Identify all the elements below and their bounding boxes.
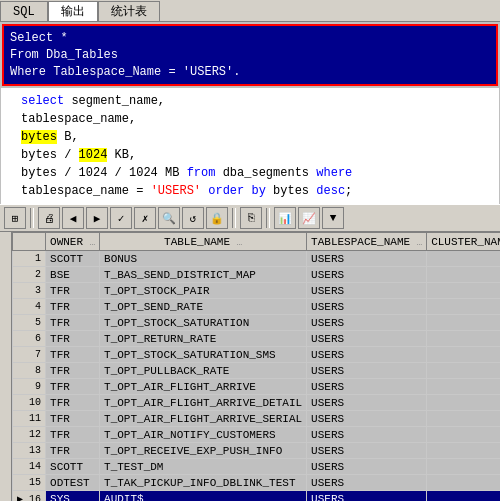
cell-cluster [427, 331, 500, 347]
cell-owner: TFR [46, 315, 100, 331]
sql-line-3: Where Tablespace_Name = 'USERS'. [10, 64, 490, 81]
refresh-icon[interactable]: ↺ [182, 207, 204, 229]
row-number: 8 [13, 363, 46, 379]
search-icon[interactable]: 🔍 [158, 207, 180, 229]
table-row[interactable]: 6TFRT_OPT_RETURN_RATEUSERS [13, 331, 501, 347]
cell-tablename: T_OPT_AIR_FLIGHT_ARRIVE_DETAIL [100, 395, 307, 411]
copy-icon[interactable]: ⎘ [240, 207, 262, 229]
back-icon[interactable]: ◀ [62, 207, 84, 229]
table-row[interactable]: 10TFRT_OPT_AIR_FLIGHT_ARRIVE_DETAILUSERS [13, 395, 501, 411]
row-number: 11 [13, 411, 46, 427]
cell-cluster [427, 395, 500, 411]
row-number: 1 [13, 251, 46, 267]
tab-sql[interactable]: SQL [0, 1, 48, 21]
row-number: 10 [13, 395, 46, 411]
sql-line-2: From Dba_Tables [10, 47, 490, 64]
cell-owner: ODTEST [46, 475, 100, 491]
col-tsname-header[interactable]: TABLESPACE_NAME … [307, 233, 427, 251]
cell-tablename: T_OPT_SEND_RATE [100, 299, 307, 315]
table-row[interactable]: 2BSET_BAS_SEND_DISTRICT_MAPUSERS [13, 267, 501, 283]
row-number: 4 [13, 299, 46, 315]
chart3-icon[interactable]: ▼ [322, 207, 344, 229]
cell-tablespace: USERS [307, 491, 427, 501]
cell-tablespace: USERS [307, 283, 427, 299]
forward-icon[interactable]: ▶ [86, 207, 108, 229]
cell-cluster [427, 363, 500, 379]
query-line-2: tablespace_name, [21, 110, 479, 128]
table-row[interactable]: 15ODTESTT_TAK_PICKUP_INFO_DBLINK_TESTUSE… [13, 475, 501, 491]
tab-stats[interactable]: 统计表 [98, 1, 160, 21]
row-number: 13 [13, 443, 46, 459]
data-table: OWNER … TABLE_NAME … TABLESPACE_NAME … C… [12, 232, 500, 501]
query-line-4: bytes / 1024 KB, [21, 146, 479, 164]
toolbar-sep-1 [30, 208, 34, 228]
x-icon[interactable]: ✗ [134, 207, 156, 229]
cell-owner: TFR [46, 283, 100, 299]
toolbar: ⊞ 🖨 ◀ ▶ ✓ ✗ 🔍 ↺ 🔒 ⎘ 📊 📈 ▼ [0, 204, 500, 232]
cell-tablespace: USERS [307, 299, 427, 315]
grid-icon[interactable]: ⊞ [4, 207, 26, 229]
table-row[interactable]: 11TFRT_OPT_AIR_FLIGHT_ARRIVE_SERIALUSERS [13, 411, 501, 427]
col-tablename-header[interactable]: TABLE_NAME … [100, 233, 307, 251]
table-row[interactable]: 1SCOTTBONUSUSERS [13, 251, 501, 267]
cell-owner: TFR [46, 379, 100, 395]
sql-line-1: Select * [10, 30, 490, 47]
table-row[interactable]: 12TFRT_OPT_AIR_NOTIFY_CUSTOMERSUSERS [13, 427, 501, 443]
table-row[interactable]: 13TFRT_OPT_RECEIVE_EXP_PUSH_INFOUSERS [13, 443, 501, 459]
col-owner-header[interactable]: OWNER … [46, 233, 100, 251]
cell-tablename: AUDIT$ [100, 491, 307, 501]
sql-editor[interactable]: Select * From Dba_Tables Where Tablespac… [2, 24, 498, 86]
cell-tablename: T_OPT_AIR_NOTIFY_CUSTOMERS [100, 427, 307, 443]
check-icon[interactable]: ✓ [110, 207, 132, 229]
cell-owner: TFR [46, 299, 100, 315]
cell-owner: TFR [46, 411, 100, 427]
chart2-icon[interactable]: 📈 [298, 207, 320, 229]
cell-cluster [427, 459, 500, 475]
query-line-6: tablespace_name = 'USERS' order by bytes… [21, 182, 479, 200]
col-cluster-header[interactable]: CLUSTER_NAME … [427, 233, 500, 251]
tab-output[interactable]: 输出 [48, 1, 98, 21]
cell-tablespace: USERS [307, 251, 427, 267]
cell-cluster [427, 315, 500, 331]
cell-cluster [427, 443, 500, 459]
cell-tablename: T_BAS_SEND_DISTRICT_MAP [100, 267, 307, 283]
cell-tablespace: USERS [307, 427, 427, 443]
toolbar-sep-3 [266, 208, 270, 228]
cell-owner: SYS [46, 491, 100, 501]
cell-tablename: T_OPT_AIR_FLIGHT_ARRIVE [100, 379, 307, 395]
table-row[interactable]: 5TFRT_OPT_STOCK_SATURATIONUSERS [13, 315, 501, 331]
query-line-5: bytes / 1024 / 1024 MB from dba_segments… [21, 164, 479, 182]
cell-cluster [427, 283, 500, 299]
cell-tablespace: USERS [307, 379, 427, 395]
print-icon[interactable]: 🖨 [38, 207, 60, 229]
row-number: 5 [13, 315, 46, 331]
row-number: 12 [13, 427, 46, 443]
cell-cluster [427, 347, 500, 363]
cell-cluster [427, 411, 500, 427]
cell-tablename: T_OPT_STOCK_SATURATION_SMS [100, 347, 307, 363]
cell-cluster [427, 427, 500, 443]
cell-owner: BSE [46, 267, 100, 283]
table-row[interactable]: 9TFRT_OPT_AIR_FLIGHT_ARRIVEUSERS [13, 379, 501, 395]
cell-tablespace: USERS [307, 459, 427, 475]
grid-wrapper: OWNER … TABLE_NAME … TABLESPACE_NAME … C… [0, 232, 500, 501]
table-row[interactable]: 14SCOTTT_TEST_DMUSERS [13, 459, 501, 475]
cell-owner: TFR [46, 347, 100, 363]
tab-bar: SQL 输出 统计表 [0, 0, 500, 22]
cell-owner: TFR [46, 443, 100, 459]
cell-tablespace: USERS [307, 347, 427, 363]
lock-icon[interactable]: 🔒 [206, 207, 228, 229]
table-row[interactable]: 8TFRT_OPT_PULLBACK_RATEUSERS [13, 363, 501, 379]
table-row[interactable]: 4TFRT_OPT_SEND_RATEUSERS [13, 299, 501, 315]
chart1-icon[interactable]: 📊 [274, 207, 296, 229]
cell-tablespace: USERS [307, 443, 427, 459]
table-row[interactable]: ▶ 16SYSAUDIT$USERS [13, 491, 501, 501]
cell-tablename: T_TEST_DM [100, 459, 307, 475]
table-row[interactable]: 3TFRT_OPT_STOCK_PAIRUSERS [13, 283, 501, 299]
table-row[interactable]: 7TFRT_OPT_STOCK_SATURATION_SMSUSERS [13, 347, 501, 363]
cell-tablename: T_OPT_STOCK_PAIR [100, 283, 307, 299]
cell-owner: SCOTT [46, 251, 100, 267]
row-number: 2 [13, 267, 46, 283]
cell-tablespace: USERS [307, 363, 427, 379]
cell-tablespace: USERS [307, 411, 427, 427]
